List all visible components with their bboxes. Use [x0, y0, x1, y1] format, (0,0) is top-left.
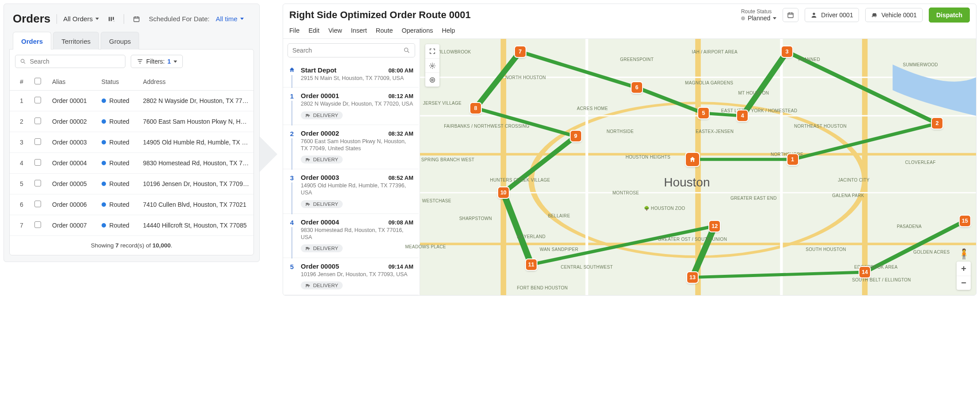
- settings-button[interactable]: [425, 58, 439, 72]
- table-row[interactable]: 7Order 00007Routed14440 Hillcroft St, Ho…: [10, 215, 254, 236]
- stop-item[interactable]: 1 Order 00001 08:12 AM 2802 N Wayside Dr…: [283, 87, 419, 125]
- stop-time: 09:08 AM: [388, 219, 413, 226]
- scope-dropdown[interactable]: All Orders: [63, 15, 99, 23]
- row-address: 2802 N Wayside Dr, Houston, TX 77020: [139, 91, 254, 111]
- scope-label: All Orders: [63, 15, 93, 23]
- stop-name: Order 00003: [301, 174, 339, 181]
- locate-button[interactable]: [425, 72, 439, 87]
- row-checkbox[interactable]: [34, 201, 41, 207]
- map-marker[interactable]: 2: [932, 118, 942, 129]
- calendar-button[interactable]: [783, 8, 798, 22]
- row-alias: Order 00007: [48, 215, 97, 236]
- menu-insert[interactable]: Insert: [351, 27, 367, 34]
- svg-point-7: [405, 48, 408, 52]
- map-marker-depot[interactable]: [686, 153, 699, 166]
- scheduled-date-dropdown[interactable]: All time: [216, 15, 244, 23]
- fullscreen-button[interactable]: [425, 44, 439, 58]
- tab-orders[interactable]: Orders: [13, 32, 51, 49]
- orders-search-input[interactable]: [30, 58, 121, 65]
- row-alias: Order 00004: [48, 153, 97, 174]
- row-address: 9830 Homestead Rd, Houston, TX 770…: [139, 153, 254, 174]
- stop-time: 08:00 AM: [388, 67, 413, 74]
- table-row[interactable]: 2Order 00002Routed7600 East Sam Houston …: [10, 111, 254, 132]
- orders-search[interactable]: [15, 55, 125, 68]
- map-marker[interactable]: 10: [498, 187, 509, 198]
- row-checkbox[interactable]: [34, 180, 41, 186]
- row-checkbox[interactable]: [34, 97, 41, 103]
- menu-help[interactable]: Help: [442, 27, 455, 34]
- stops-column: Start Depot 08:00 AM 2915 N Main St, Hou…: [283, 39, 420, 295]
- divider: [57, 14, 57, 24]
- row-checkbox[interactable]: [34, 118, 41, 124]
- row-address: 14440 Hillcroft St, Houston, TX 77085: [139, 215, 254, 236]
- delivery-badge: DELIVERY: [301, 156, 343, 163]
- stop-address: 14905 Old Humble Rd, Humble, TX 77396, U…: [301, 182, 413, 197]
- map-marker[interactable]: 5: [698, 108, 709, 118]
- scheduled-label: Scheduled For Date:: [149, 15, 210, 23]
- stop-item[interactable]: 2 Order 00002 08:32 AM 7600 East Sam Hou…: [283, 125, 419, 170]
- stop-address: 7600 East Sam Houston Pkwy N, Houston, T…: [301, 138, 413, 152]
- route-panel: Right Side Optimized Order Route 0001 Ro…: [283, 4, 976, 296]
- menu-route[interactable]: Route: [376, 27, 393, 34]
- map-marker[interactable]: 8: [470, 103, 481, 114]
- map-marker[interactable]: 13: [687, 272, 698, 283]
- row-alias: Order 00002: [48, 111, 97, 132]
- route-status[interactable]: Route Status Planned: [741, 8, 776, 22]
- stop-name: Order 00001: [301, 92, 339, 99]
- row-checkbox[interactable]: [34, 159, 41, 166]
- pegman-icon[interactable]: 🧍: [958, 248, 970, 260]
- table-row[interactable]: 5Order 00005Routed10196 Jensen Dr, Houst…: [10, 174, 254, 194]
- columns-icon[interactable]: [105, 13, 117, 25]
- stop-item[interactable]: 4 Order 00004 09:08 AM 9830 Homestead Rd…: [283, 214, 419, 258]
- filters-button[interactable]: Filters: 1: [131, 55, 183, 68]
- row-checkbox[interactable]: [34, 221, 41, 228]
- map-marker[interactable]: 6: [632, 82, 642, 93]
- row-address: 7410 Cullen Blvd, Houston, TX 77021: [139, 194, 254, 215]
- driver-button[interactable]: Driver 0001: [805, 8, 859, 22]
- map-marker[interactable]: 9: [571, 131, 581, 141]
- table-row[interactable]: 6Order 00006Routed7410 Cullen Blvd, Hous…: [10, 194, 254, 215]
- map-marker[interactable]: 12: [709, 221, 720, 232]
- vehicle-button[interactable]: Vehicle 0001: [865, 8, 923, 22]
- row-status: Routed: [97, 174, 139, 194]
- home-icon: [689, 156, 696, 163]
- map-marker[interactable]: 7: [515, 46, 526, 57]
- menu-edit[interactable]: Edit: [308, 27, 319, 34]
- stop-item[interactable]: 3 Order 00003 08:52 AM 14905 Old Humble …: [283, 169, 419, 214]
- map[interactable]: Houston WILLOWBROOKIAH / AIRPORT AREAGRE…: [420, 39, 976, 295]
- map-marker[interactable]: 1: [787, 154, 798, 165]
- calendar-icon[interactable]: [130, 13, 143, 25]
- table-row[interactable]: 4Order 00004Routed9830 Homestead Rd, Hou…: [10, 153, 254, 174]
- truck-icon: [305, 246, 310, 251]
- stop-depot[interactable]: Start Depot 08:00 AM 2915 N Main St, Hou…: [283, 62, 419, 87]
- stop-name: Order 00005: [301, 262, 339, 270]
- status-dot-icon: [102, 182, 106, 186]
- row-alias: Order 00005: [48, 174, 97, 194]
- menu-file[interactable]: File: [289, 27, 299, 34]
- select-all-checkbox[interactable]: [34, 78, 41, 84]
- divider: [124, 14, 124, 24]
- zoom-in-button[interactable]: +: [957, 262, 971, 276]
- map-marker[interactable]: 3: [782, 46, 792, 57]
- table-row[interactable]: 1Order 00001Routed2802 N Wayside Dr, Hou…: [10, 91, 254, 111]
- tab-territories[interactable]: Territories: [53, 32, 99, 49]
- tab-groups[interactable]: Groups: [101, 32, 139, 49]
- filters-count: 1: [167, 58, 171, 65]
- map-marker[interactable]: 4: [737, 110, 748, 121]
- menu-view[interactable]: View: [328, 27, 342, 34]
- status-dot-icon: [102, 223, 106, 228]
- table-row[interactable]: 3Order 00003Routed14905 Old Humble Rd, H…: [10, 132, 254, 153]
- stop-item[interactable]: 5 Order 00005 09:14 AM 10196 Jensen Dr, …: [283, 258, 419, 295]
- dispatch-button[interactable]: Dispatch: [929, 8, 970, 23]
- zoom-out-button[interactable]: −: [957, 276, 971, 290]
- map-marker[interactable]: 14: [859, 267, 870, 277]
- menu-operations[interactable]: Operations: [402, 27, 433, 34]
- row-alias: Order 00001: [48, 91, 97, 111]
- stops-search-input[interactable]: [292, 47, 403, 54]
- map-marker[interactable]: 15: [960, 216, 970, 226]
- status-dot-icon: [741, 16, 745, 20]
- row-checkbox[interactable]: [34, 138, 41, 145]
- route-status-label: Route Status: [741, 8, 772, 15]
- stops-search[interactable]: [288, 43, 415, 57]
- map-marker[interactable]: 11: [526, 259, 537, 270]
